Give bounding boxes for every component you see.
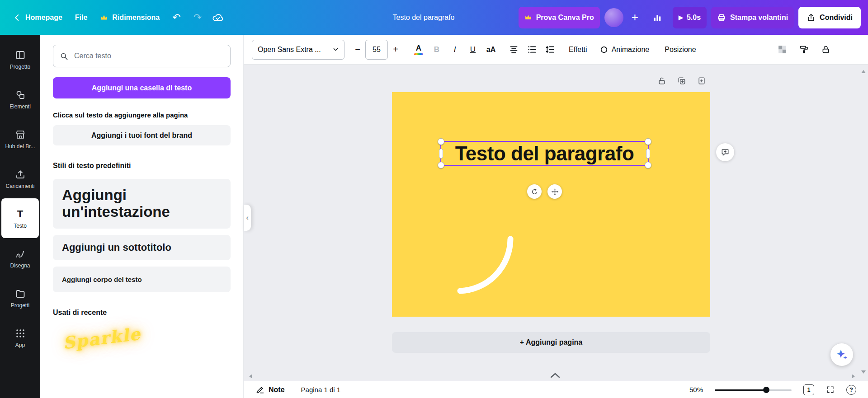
underline-icon: U — [470, 45, 476, 54]
font-size-decrease-button[interactable]: − — [350, 40, 365, 60]
alignment-button[interactable] — [505, 40, 523, 60]
print-label: Stampa volantini — [730, 14, 788, 22]
selection-handle-east[interactable] — [646, 149, 650, 159]
add-textbox-button[interactable]: Aggiungi una casella di testo — [53, 77, 231, 98]
fullscreen-button[interactable] — [826, 385, 835, 394]
paragraph-text[interactable]: Testo del paragrafo — [455, 144, 634, 164]
font-size-stepper: − 55 + — [350, 40, 403, 60]
rainbow-bar-icon — [414, 53, 423, 55]
add-page-button[interactable]: + Aggiungi pagina — [392, 332, 710, 353]
align-center-icon — [509, 45, 519, 54]
effects-button[interactable]: Effetti — [562, 40, 594, 60]
brand-hub-icon — [14, 129, 26, 140]
scrollbar-down-arrow[interactable] — [861, 370, 866, 376]
help-button[interactable]: ? — [846, 385, 856, 395]
document-title[interactable]: Testo del paragrafo — [393, 0, 455, 35]
undo-button[interactable]: ↶ — [166, 7, 186, 28]
redo-button[interactable]: ↷ — [188, 7, 208, 28]
style-card-body[interactable]: Aggiungi corpo del testo — [53, 267, 231, 292]
rotate-button[interactable] — [527, 184, 542, 199]
italic-button[interactable]: I — [446, 40, 464, 60]
notes-button[interactable]: Note — [255, 385, 285, 394]
selection-handle-nw[interactable] — [438, 138, 444, 145]
search-icon — [60, 52, 68, 61]
move-icon — [551, 188, 559, 196]
search-box[interactable] — [53, 45, 231, 67]
print-flyers-button[interactable]: Stampa volantini — [711, 7, 794, 28]
insights-button[interactable] — [646, 7, 668, 28]
position-button[interactable]: Posizione — [658, 40, 702, 60]
avatar[interactable] — [604, 8, 623, 27]
font-size-increase-button[interactable]: + — [388, 40, 403, 60]
text-element-selection[interactable]: Testo del paragrafo — [440, 141, 649, 166]
present-duration-button[interactable]: ▶ 5.0s — [673, 7, 707, 28]
add-page-icon[interactable] — [697, 76, 706, 87]
crown-icon — [100, 14, 108, 22]
text-case-icon: aA — [486, 46, 495, 54]
italic-icon: I — [454, 45, 456, 54]
top-bar: Homepage File Ridimensiona ↶ ↷ Testo del… — [0, 0, 868, 35]
text-color-button[interactable]: A — [410, 40, 428, 60]
file-menu-button[interactable]: File — [69, 7, 94, 28]
sidebar-item-apps[interactable]: App — [1, 318, 39, 357]
text-case-button[interactable]: aA — [482, 40, 500, 60]
page-grid-view-button[interactable]: 1 — [803, 384, 814, 395]
white-arc-element[interactable] — [392, 92, 710, 317]
ai-assistant-button[interactable] — [830, 343, 853, 366]
add-comment-button[interactable] — [716, 143, 734, 161]
selection-handle-ne[interactable] — [645, 138, 651, 145]
spacing-button[interactable] — [541, 40, 559, 60]
font-size-value[interactable]: 55 — [365, 40, 388, 60]
resize-label: Ridimensiona — [112, 14, 160, 22]
brand-fonts-button[interactable]: Aggiungi i tuoi font del brand — [53, 125, 231, 145]
share-button[interactable]: Condividi — [798, 7, 861, 28]
sidebar-item-brand-hub[interactable]: Hub del Br... — [1, 119, 39, 159]
canva-pro-button[interactable]: Prova Canva Pro — [519, 7, 600, 28]
resize-button[interactable]: Ridimensiona — [94, 7, 165, 28]
collapse-bottom-bar-button[interactable] — [550, 372, 561, 379]
scrollbar-left-arrow[interactable] — [247, 374, 252, 379]
sidebar-item-elements[interactable]: Elementi — [1, 79, 39, 119]
add-member-button[interactable]: + — [628, 7, 642, 28]
page-info: Pagina 1 di 1 — [301, 386, 341, 393]
text-color-a-icon: A — [416, 44, 421, 52]
homepage-button[interactable]: Homepage — [7, 7, 68, 28]
sidebar-item-projects[interactable]: Progetti — [1, 278, 39, 318]
search-input[interactable] — [73, 52, 224, 61]
transparency-button[interactable] — [773, 40, 791, 60]
move-button[interactable] — [547, 184, 562, 199]
statusbar-right-group: 50% 1 ? — [689, 384, 856, 395]
panel-collapse-button[interactable]: ‹ — [244, 205, 251, 231]
recent-text-style-sparkle[interactable]: Sparkle — [62, 324, 142, 353]
selection-handle-west[interactable] — [439, 149, 443, 159]
style-card-subtitle[interactable]: Aggiungi un sottotitolo — [53, 235, 231, 260]
zoom-slider[interactable] — [715, 387, 792, 393]
sidebar-item-design[interactable]: Progetto — [1, 39, 39, 79]
style-card-heading[interactable]: Aggiungi un'intestazione — [53, 179, 231, 229]
animate-button[interactable]: Animazione — [594, 40, 656, 60]
selection-handle-sw[interactable] — [438, 162, 444, 169]
page-number: 1 — [807, 387, 811, 393]
bullet-list-icon — [527, 45, 537, 54]
bold-button[interactable]: B — [428, 40, 446, 60]
design-page[interactable] — [392, 92, 710, 317]
lock-button[interactable] — [816, 40, 835, 60]
sidebar-item-draw[interactable]: Disegna — [1, 238, 39, 278]
underline-button[interactable]: U — [464, 40, 482, 60]
zoom-slider-knob[interactable] — [763, 387, 769, 393]
duplicate-page-icon[interactable] — [677, 76, 686, 87]
sidebar-item-uploads[interactable]: Caricamenti — [1, 159, 39, 198]
scrollbar-right-arrow[interactable] — [852, 374, 857, 379]
text-icon: T — [14, 208, 26, 220]
selection-handle-se[interactable] — [645, 162, 651, 169]
scrollbar-up-arrow[interactable] — [861, 68, 866, 73]
file-label: File — [75, 14, 88, 22]
font-family-select[interactable]: Open Sans Extra ... — [252, 40, 344, 60]
sidebar-item-text[interactable]: T Testo — [1, 198, 39, 238]
copy-style-button[interactable] — [795, 40, 813, 60]
layout-icon — [14, 49, 26, 61]
list-button[interactable] — [523, 40, 541, 60]
unlock-page-icon[interactable] — [657, 76, 666, 87]
fullscreen-icon — [826, 385, 835, 394]
toolbar-right-group — [773, 40, 835, 60]
